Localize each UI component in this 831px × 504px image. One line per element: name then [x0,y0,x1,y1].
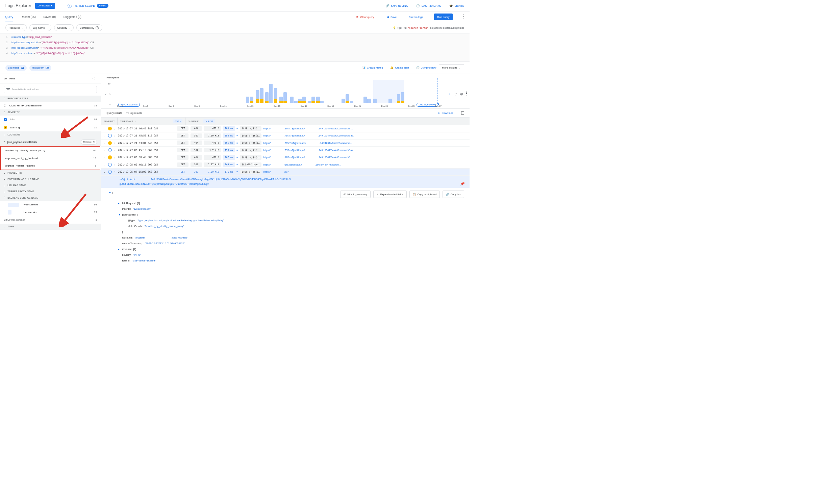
expand-tri-icon[interactable]: ▼ [118,212,120,218]
log-row[interactable]: ›!⋮2021-12-27 21:46:45.888 CSTGET404478 … [101,125,469,132]
expand-tri-icon[interactable]: ▸ [118,247,120,252]
expand-chevron-icon[interactable]: › [104,127,106,130]
group-backend-service[interactable]: ⌃BACKEND SERVICE NAME [0,195,101,201]
histogram-bar[interactable] [342,99,345,103]
histogram-bar[interactable] [274,88,277,103]
json-root-expand[interactable]: ▼ { [101,188,113,194]
histogram-bar[interactable] [283,92,287,103]
pin-icon[interactable]: 📌 [460,182,465,186]
query-editor[interactable]: 1resource.type="http_load_balancer" 2htt… [0,33,470,62]
histogram-bar[interactable] [256,90,259,103]
trace-icon[interactable]: ≡ [236,149,238,152]
correlate-by-filter[interactable]: Correlate by+ [76,24,102,31]
expand-tri-icon[interactable]: ▸ [118,201,120,206]
time-range-button[interactable]: 🕒LAST 30 DAYS [416,4,441,7]
kebab-icon[interactable]: ⋮ [114,171,116,173]
expand-chevron-icon[interactable]: › [104,156,106,158]
copy-link-button[interactable]: 🔗Copy link [443,191,464,198]
histogram-bar[interactable] [388,99,392,103]
code-icon[interactable]: 〈 〉 [91,77,97,80]
log-row[interactable]: ›!⋮2021-12-27 00:38:45.583 CSTGET404478 … [101,154,469,161]
histogram-bar[interactable] [311,97,315,103]
histogram-toggle[interactable]: Histogram [29,65,51,71]
edit-summary-button[interactable]: ✎EDIT [203,119,215,123]
group-forwarding-rule[interactable]: ⌄FORWARDING RULE NAME [0,176,101,182]
group-url-map[interactable]: ⌄URL MAP NAME [0,182,101,188]
tab-recent[interactable]: Recent (25) [21,12,35,22]
histogram-bar[interactable] [367,99,371,103]
tab-query[interactable]: Query [5,12,13,22]
field-response-backend[interactable]: response_sent_by_backend13 [1,154,100,162]
histogram-bar[interactable] [316,97,320,103]
hide-summary-button[interactable]: 👁Hide log summary [340,191,371,198]
histogram-bar[interactable] [294,101,298,103]
histogram-bar[interactable] [298,99,302,103]
expand-chevron-icon[interactable]: › [104,163,106,166]
group-project-id[interactable]: ⌄PROJECT ID [0,170,101,176]
resource-filter[interactable]: Resource⌄ [5,24,27,31]
trace-icon[interactable]: ≡ [236,170,238,173]
create-alert-button[interactable]: 🔔Create alert [390,66,409,69]
group-severity[interactable]: ⌃SEVERITY [0,109,101,116]
histogram-prev-button[interactable]: ‹ [103,92,108,97]
expand-chevron-icon[interactable]: › [104,134,106,137]
kebab-icon[interactable]: ⋮ [114,142,116,144]
log-row[interactable]: ⌄i⋮2021-12-25 07:15:00.360 CSTGET3021.69… [101,169,469,176]
field-hec-service[interactable]: hec-service13 [0,208,101,216]
histogram-bar[interactable] [302,97,306,103]
fields-search-input[interactable]: Search fields and values [4,86,97,93]
histogram-chart[interactable]: Nov 29, 6:00 AM Dec 29, 6:00 PM Dec 3Dec… [111,80,447,108]
download-button[interactable]: ⬇Download [438,111,454,115]
kebab-icon[interactable]: ⋮ [114,156,116,158]
expand-chevron-icon[interactable]: › [104,149,106,151]
stream-logs-button[interactable]: Stream logs [409,16,423,19]
expand-chevron-icon[interactable]: ⌄ [104,171,106,173]
histogram-bar[interactable] [250,97,253,103]
histogram-bar[interactable] [346,94,349,103]
trace-icon[interactable]: ≡ [236,156,238,159]
field-web-service[interactable]: web-service64 [0,201,101,208]
group-zone[interactable]: ⌄ZONE [0,224,101,230]
more-actions-button[interactable]: More actions⌄ [439,64,464,71]
group-log-name[interactable]: ⌄LOG NAME [0,131,101,137]
severity-filter[interactable]: Severity⌄ [54,24,74,31]
field-handled-iap[interactable]: handled_by_identity_aware_proxy64 [1,147,100,154]
copy-clipboard-button[interactable]: 📋Copy to clipboard [409,191,440,198]
tab-saved[interactable]: Saved (0) [43,12,56,22]
tab-suggested[interactable]: Suggested (0) [64,12,81,22]
zoom-out-icon[interactable]: ⊖ [454,92,457,96]
timezone-chip[interactable]: CST▾ [173,119,182,123]
col-timestamp[interactable]: TIMESTAMP↓CST▾ [118,118,185,125]
trace-icon[interactable]: ≡ [236,163,238,166]
save-button[interactable]: 🖫Save [386,16,397,19]
log-row[interactable]: ›i⋮2021-12-27 00:45:15.869 CSTGET3021.7 … [101,147,469,154]
zoom-in-icon[interactable]: ⊕ [460,92,463,96]
histogram-next-button[interactable]: › [447,92,452,97]
kebab-icon[interactable]: ⋮ [114,149,116,151]
histogram-bar[interactable] [401,92,404,103]
histogram-bar[interactable] [363,97,367,103]
log-name-filter[interactable]: Log name⌄ [29,24,51,31]
histogram-bar[interactable] [350,101,353,103]
kebab-icon[interactable]: ⋮ [114,127,116,130]
field-http-lb[interactable]: ⬚Cloud HTTP Load Balancer78 [0,102,101,109]
run-query-button[interactable]: Run query [434,14,453,20]
create-metric-button[interactable]: 📊Create metric [362,66,383,69]
histogram-bar[interactable] [260,88,263,103]
expand-fields-button[interactable]: ⤢Expand nested fields [373,191,407,198]
histogram-overflow[interactable]: ⌄ [465,92,467,96]
remove-filter-button[interactable]: Remove✕ [81,140,97,145]
expand-chevron-icon[interactable]: › [104,142,106,144]
histogram-bar[interactable] [269,84,273,103]
kebab-icon[interactable]: ⋮ [114,163,116,166]
field-not-present[interactable]: Value not present1 [0,216,101,224]
histogram-bar[interactable] [373,99,377,103]
histogram-bar[interactable] [279,97,283,103]
histogram-bar[interactable] [397,94,400,103]
fullscreen-icon[interactable] [461,111,464,115]
group-target-proxy[interactable]: ⌄TARGET PROXY NAME [0,188,101,195]
learn-button[interactable]: 🎓LEARN [449,4,464,7]
histogram-bar[interactable] [290,97,294,103]
field-info[interactable]: iInfo63 [0,116,101,124]
jump-to-now-button[interactable]: 🕒Jump to now [416,66,436,69]
